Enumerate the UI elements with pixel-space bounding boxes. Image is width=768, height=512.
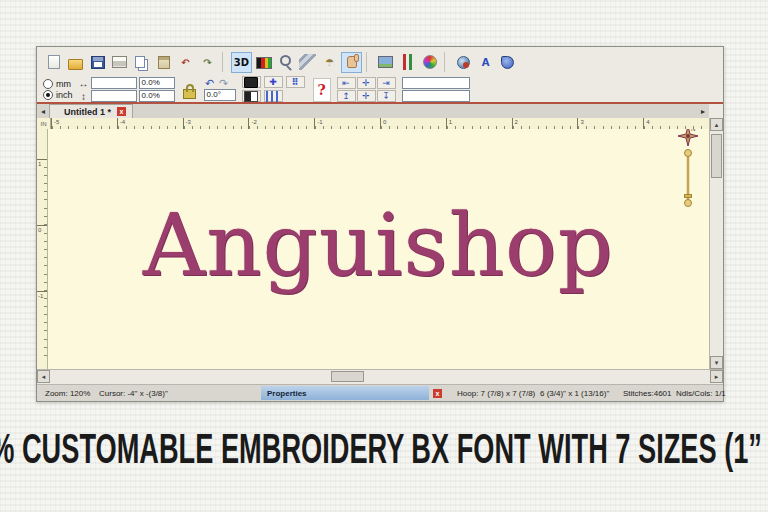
scroll-right-button[interactable]: ▸ bbox=[710, 370, 723, 383]
expand-points-button[interactable]: ⠿ bbox=[286, 76, 305, 88]
embroidery-design-text[interactable]: Anguishop bbox=[48, 195, 709, 295]
align-top-icon: ↥ bbox=[340, 91, 352, 101]
unit-inch-label: inch bbox=[56, 90, 73, 100]
height-input[interactable] bbox=[91, 90, 137, 102]
tab-title: Untitled 1 * bbox=[64, 107, 111, 117]
status-zoom: Zoom: 120% bbox=[45, 389, 90, 398]
save-button[interactable] bbox=[87, 52, 108, 73]
status-hoop: Hoop: 7 (7/8) x 7 (7/8) bbox=[457, 389, 535, 398]
select-all-button[interactable] bbox=[264, 90, 283, 102]
mirror-group: ✚⠿ bbox=[242, 76, 307, 103]
toolbar-separator bbox=[366, 52, 371, 72]
design-carousel-button[interactable] bbox=[419, 52, 440, 73]
redo-button[interactable]: ↷ bbox=[197, 52, 218, 73]
align-bottom-icon: ↧ bbox=[380, 91, 392, 101]
align-center-h-button[interactable]: ✛ bbox=[357, 77, 376, 89]
width-percent-input[interactable]: 0.0% bbox=[139, 77, 175, 89]
height-icon: ↕ bbox=[79, 91, 89, 102]
align-top-button[interactable]: ↥ bbox=[337, 90, 356, 102]
align-group: ⇤✛⇥↥✛↧ bbox=[337, 77, 396, 102]
mirror-vertical-icon bbox=[244, 91, 258, 102]
undo-button[interactable]: ↶ bbox=[175, 52, 196, 73]
copy-icon bbox=[135, 56, 145, 68]
expand-points-icon: ⠿ bbox=[288, 77, 302, 88]
width-input[interactable] bbox=[91, 77, 137, 89]
properties-toolbar: mm inch ↔ 0.0% ↕ 0.0% bbox=[43, 76, 470, 103]
align-right-button[interactable]: ⇥ bbox=[377, 77, 396, 89]
image-properties-button[interactable] bbox=[375, 52, 396, 73]
baste-tool-button[interactable]: ☂ bbox=[319, 52, 340, 73]
align-right-icon: ⇥ bbox=[380, 78, 392, 88]
combo-input-2[interactable] bbox=[402, 90, 470, 102]
slider-bottom-knob bbox=[684, 199, 692, 207]
new-document-button[interactable] bbox=[43, 52, 64, 73]
tab-scroll-left-button[interactable]: ◂ bbox=[37, 105, 49, 117]
h-ruler-tick-label: -4 bbox=[117, 118, 183, 129]
print-button[interactable] bbox=[109, 52, 130, 73]
design-canvas[interactable]: Anguishop N bbox=[48, 129, 709, 369]
status-stitches: Stitches:4601 bbox=[623, 389, 671, 398]
tab-scroll-right-button[interactable]: ▸ bbox=[697, 105, 709, 117]
horizontal-scroll-thumb[interactable] bbox=[331, 371, 364, 382]
compass-icon: N bbox=[677, 129, 699, 147]
unit-mm-radio[interactable]: mm bbox=[43, 79, 73, 89]
status-needles: Ndls/Cols: 1/1 bbox=[676, 389, 726, 398]
stitch-density-button[interactable] bbox=[397, 52, 418, 73]
copy-button[interactable] bbox=[131, 52, 152, 73]
zoom-tool-button[interactable] bbox=[275, 52, 296, 73]
vertical-scrollbar[interactable]: ▴ ▾ bbox=[709, 118, 723, 369]
unit-mm-label: mm bbox=[56, 79, 71, 89]
status-bar: Zoom: 120% Cursor: -4" x -(3/8)" Propert… bbox=[37, 384, 723, 401]
unit-inch-radio[interactable]: inch bbox=[43, 90, 73, 100]
h-ruler-tick-label: -5 bbox=[51, 118, 117, 129]
measure-tool-button[interactable] bbox=[297, 52, 318, 73]
align-left-button[interactable]: ⇤ bbox=[337, 77, 356, 89]
align-bottom-button[interactable]: ↧ bbox=[377, 90, 396, 102]
horizontal-scrollbar[interactable]: ◂ ▸ bbox=[37, 369, 723, 383]
mirror-horizontal-button[interactable] bbox=[242, 76, 261, 88]
radio-dot-selected bbox=[43, 90, 53, 100]
help-icon[interactable]: ? bbox=[313, 78, 331, 102]
align-center-v-button[interactable]: ✛ bbox=[357, 90, 376, 102]
view-3d-toggle[interactable]: 3D bbox=[231, 52, 252, 73]
vertical-scroll-thumb[interactable] bbox=[711, 134, 722, 178]
design-slider-object bbox=[686, 149, 690, 207]
tab-close-button[interactable]: x bbox=[117, 107, 126, 116]
baste-tool-icon: ☂ bbox=[321, 54, 338, 70]
kaleidoscope-button[interactable]: ✚ bbox=[264, 76, 283, 88]
combo-input-1[interactable] bbox=[402, 77, 470, 89]
measure-tool-icon bbox=[299, 54, 316, 70]
rotate-right-icon[interactable]: ↷ bbox=[218, 78, 230, 88]
open-folder-button[interactable] bbox=[65, 52, 86, 73]
v-ruler-tick-label: -1 bbox=[37, 291, 47, 357]
design-globe-button[interactable] bbox=[453, 52, 474, 73]
rotate-group: ↶ ↷ 0.0° bbox=[204, 78, 236, 101]
properties-panel-header[interactable]: Properties bbox=[261, 386, 429, 400]
height-percent-input[interactable]: 0.0% bbox=[139, 90, 175, 102]
mirror-vertical-button[interactable] bbox=[242, 90, 261, 102]
properties-close-button[interactable]: x bbox=[433, 389, 442, 398]
stitch-density-icon bbox=[399, 54, 416, 70]
lettering-button[interactable]: A bbox=[475, 52, 496, 73]
print-icon bbox=[112, 56, 127, 68]
slider-block bbox=[684, 194, 692, 198]
h-ruler-tick-label: 4 bbox=[643, 118, 709, 129]
rotate-left-icon[interactable]: ↶ bbox=[204, 78, 216, 88]
scroll-up-button[interactable]: ▴ bbox=[710, 118, 723, 131]
wizard-button[interactable] bbox=[497, 52, 518, 73]
image-properties-icon bbox=[378, 56, 393, 68]
scroll-down-button[interactable]: ▾ bbox=[710, 356, 723, 369]
paste-button[interactable] bbox=[153, 52, 174, 73]
aspect-lock-icon[interactable] bbox=[183, 89, 196, 99]
tab-untitled-1[interactable]: Untitled 1 * x bbox=[49, 104, 133, 119]
v-ruler-tick-label: 1 bbox=[37, 159, 47, 225]
pan-hand-button[interactable] bbox=[341, 52, 362, 73]
thread-palette-button[interactable] bbox=[253, 52, 274, 73]
ruler-unit-label: IN bbox=[37, 118, 51, 129]
rotation-input[interactable]: 0.0° bbox=[204, 89, 236, 101]
marketing-image: ↶↷3D☂A mm inch ↔ 0.0% bbox=[0, 0, 768, 512]
thread-palette-icon bbox=[256, 57, 272, 69]
align-left-icon: ⇤ bbox=[340, 78, 352, 88]
scroll-left-button[interactable]: ◂ bbox=[37, 370, 50, 383]
unit-group: mm inch bbox=[43, 79, 73, 100]
